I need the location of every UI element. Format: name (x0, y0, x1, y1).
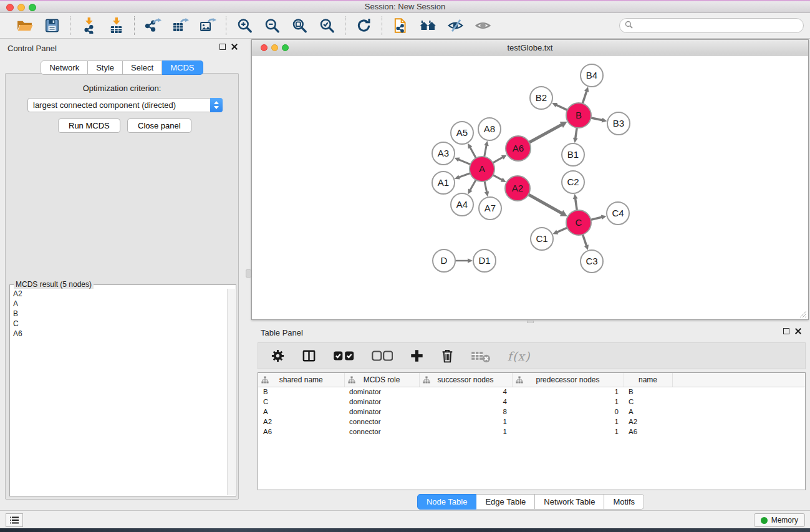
import-network-icon[interactable] (79, 16, 98, 35)
add-row-icon[interactable] (410, 349, 424, 363)
graph-edge-A-A6[interactable] (492, 157, 503, 163)
table-cell[interactable]: dominator (344, 387, 419, 397)
graph-edge-A-A1[interactable] (459, 173, 472, 177)
table-cell[interactable]: A (624, 407, 672, 417)
column-header-predecessor-nodes[interactable]: predecessor nodes (512, 373, 624, 387)
table-row[interactable]: Bdominator41B (258, 387, 805, 397)
mcds-result-item[interactable]: A (11, 299, 227, 309)
table-cell[interactable]: 1 (512, 427, 624, 437)
tab-network[interactable]: Network (41, 60, 88, 75)
table-cell[interactable]: 1 (512, 397, 624, 407)
table-cell[interactable]: A6 (624, 427, 672, 437)
graph-edge-A-A8[interactable] (484, 145, 486, 158)
mcds-result-list[interactable]: A2ABCA6 (11, 289, 227, 495)
close-table-panel-icon[interactable] (795, 328, 801, 334)
split-panel-icon[interactable] (302, 349, 316, 363)
graph-edge-A-A3[interactable] (458, 160, 471, 165)
resize-grip-icon[interactable] (799, 311, 807, 318)
zoom-selected-icon[interactable] (317, 16, 336, 35)
close-panel-button[interactable]: Close panel (127, 118, 191, 133)
tab-network-table[interactable]: Network Table (535, 494, 604, 510)
table-cell[interactable]: B (624, 387, 672, 397)
settings-gear-icon[interactable] (271, 349, 285, 363)
show-graphics-details-icon[interactable] (473, 16, 492, 35)
table-cell[interactable]: A2 (624, 417, 672, 427)
tab-motifs[interactable]: Motifs (604, 494, 644, 510)
mcds-result-item[interactable]: B (11, 309, 227, 319)
refresh-icon[interactable] (354, 16, 373, 35)
toolbar-search-box[interactable] (619, 18, 804, 33)
hide-graphics-details-icon[interactable] (446, 16, 465, 35)
close-panel-icon[interactable] (231, 44, 238, 50)
table-row[interactable]: A2connector11A2 (258, 417, 805, 427)
tab-edge-table[interactable]: Edge Table (476, 494, 535, 510)
column-header-shared-name[interactable]: shared name (258, 373, 344, 387)
network-canvas[interactable]: AA1A2A3A4A5A6A7A8BB1B2B3B4CC1C2C3C4DD1 (253, 56, 808, 319)
graph-edge-A2-C[interactable] (528, 194, 562, 213)
table-cell[interactable]: 4 (419, 387, 512, 397)
home-icon[interactable] (418, 16, 437, 35)
table-cell[interactable]: connector (344, 417, 419, 427)
graph-edge-A6-B[interactable] (528, 125, 562, 143)
graph-edge-B-B2[interactable] (556, 105, 569, 110)
network-window-titlebar[interactable]: testGlobe.txt (252, 40, 808, 56)
table-cell[interactable]: 8 (419, 407, 512, 417)
export-image-icon[interactable] (198, 16, 217, 35)
zoom-fit-icon[interactable] (290, 16, 309, 35)
tab-style[interactable]: Style (88, 60, 123, 75)
graph-edge-C-C3[interactable] (582, 233, 587, 246)
table-cell[interactable]: 1 (512, 387, 624, 397)
import-table-icon[interactable] (107, 16, 125, 35)
table-cell[interactable]: 1 (512, 417, 624, 427)
deselect-all-icon[interactable] (372, 349, 393, 363)
graph-edge-A-A4[interactable] (470, 179, 476, 191)
graph-edge-C-C4[interactable] (590, 217, 602, 220)
tab-mcds[interactable]: MCDS (162, 60, 203, 75)
mcds-result-item[interactable]: C (11, 319, 227, 329)
tab-select[interactable]: Select (123, 60, 162, 75)
table-cell[interactable]: C (258, 397, 344, 407)
column-header-successor-nodes[interactable]: successor nodes (419, 373, 512, 387)
table-cell[interactable]: 1 (419, 417, 512, 427)
run-mcds-button[interactable]: Run MCDS (58, 118, 120, 133)
float-panel-icon[interactable] (219, 44, 226, 50)
vertical-splitter-handle[interactable] (246, 269, 251, 278)
duplicate-network-icon[interactable] (391, 16, 410, 35)
graph-edge-C-C2[interactable] (576, 198, 577, 211)
result-scrollbar[interactable] (227, 289, 235, 495)
table-cell[interactable]: dominator (344, 407, 419, 417)
graph-edge-C-C1[interactable] (557, 227, 569, 232)
zoom-in-icon[interactable] (235, 16, 254, 35)
float-table-panel-icon[interactable] (783, 328, 789, 334)
table-row[interactable]: Cdominator41C (258, 397, 805, 407)
table-row[interactable]: Adominator80A (258, 407, 805, 417)
delete-row-icon[interactable] (441, 349, 454, 363)
table-cell[interactable]: A2 (258, 417, 344, 427)
column-header-MCDS-role[interactable]: MCDS role (344, 373, 419, 387)
table-cell[interactable]: dominator (344, 397, 419, 407)
tab-node-table[interactable]: Node Table (417, 494, 477, 510)
table-cell[interactable]: 1 (419, 427, 512, 437)
mcds-result-item[interactable]: A2 (11, 289, 227, 299)
memory-button[interactable]: Memory (754, 513, 805, 527)
table-cell[interactable]: 0 (512, 407, 624, 417)
show-panels-button[interactable] (6, 513, 23, 527)
table-cell[interactable]: B (258, 387, 344, 397)
graph-edge-A-A5[interactable] (470, 147, 477, 159)
search-input[interactable] (636, 21, 803, 30)
criterion-dropdown[interactable]: largest connected component (directed) (27, 98, 223, 112)
save-session-icon[interactable] (42, 16, 61, 35)
table-row[interactable]: A6connector11A6 (258, 427, 805, 437)
open-session-icon[interactable] (15, 16, 34, 35)
table-cell[interactable]: connector (344, 427, 419, 437)
table-cell[interactable]: 4 (419, 397, 512, 407)
table-cell[interactable]: C (624, 397, 672, 407)
mcds-result-item[interactable]: A6 (11, 329, 227, 339)
graph-edge-B-B4[interactable] (582, 91, 587, 105)
zoom-out-icon[interactable] (263, 16, 281, 35)
select-all-icon[interactable] (333, 349, 355, 363)
export-table-icon[interactable] (171, 16, 190, 35)
column-header-name[interactable]: name (624, 373, 672, 387)
graph-edge-A-A7[interactable] (485, 180, 487, 193)
table-cell[interactable]: A6 (258, 427, 344, 437)
